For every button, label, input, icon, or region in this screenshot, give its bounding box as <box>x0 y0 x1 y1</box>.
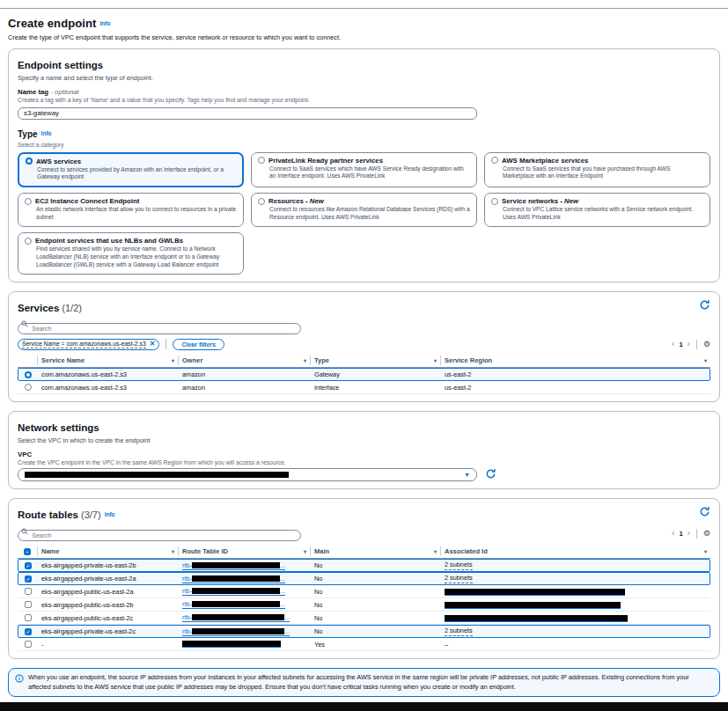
sort-icon[interactable]: ▾ <box>434 548 437 554</box>
type-category-grid: AWS services Connect to services provide… <box>18 152 710 275</box>
redacted-id <box>192 601 280 607</box>
endpoint-settings-title: Endpoint settings <box>18 60 103 70</box>
gear-icon[interactable]: ⚙ <box>703 530 710 538</box>
refresh-icon[interactable] <box>485 468 496 480</box>
name-tag-input[interactable] <box>18 107 477 120</box>
associated-subnets-link[interactable]: 2 subnets <box>445 574 473 583</box>
type-card-description: Connect to VPC Lattice service networks … <box>503 206 703 222</box>
type-card-description: Connect to SaaS services that you have p… <box>503 165 703 181</box>
redacted-id <box>192 614 284 620</box>
radio-icon <box>25 198 32 205</box>
type-card-description: Connect to services provided by Amazon w… <box>37 166 236 182</box>
type-cell: Interface <box>311 383 441 392</box>
type-card-description: Connect to resources like Amazon Relatio… <box>269 206 470 222</box>
sort-icon[interactable]: ▾ <box>704 357 707 363</box>
close-icon[interactable]: ✕ <box>150 341 156 348</box>
checkbox-icon[interactable] <box>25 614 32 621</box>
gear-icon[interactable]: ⚙ <box>703 341 710 348</box>
redacted-id <box>182 641 281 647</box>
service-filter-chip[interactable]: Service Name = com.amazonaws.us-east-2.s… <box>18 339 159 351</box>
rt-name-cell: eks-airgapped-private-us-east-2a <box>38 574 179 583</box>
route-table-row[interactable]: eks-airgapped-public-us-east-2c rtb-... … <box>18 612 710 625</box>
type-card-resources[interactable]: Resources - New Connect to resources lik… <box>251 193 477 227</box>
previous-page-icon[interactable]: ‹ <box>672 340 674 348</box>
checkbox-indeterminate-icon[interactable]: – <box>24 548 31 555</box>
sort-icon[interactable]: ▾ <box>304 548 306 554</box>
search-icon <box>21 528 28 535</box>
refresh-icon[interactable] <box>699 299 710 311</box>
page-number[interactable]: 1 <box>679 341 682 348</box>
route-table-id-link[interactable]: rtb-... <box>182 561 285 570</box>
type-card-service-networks[interactable]: Service networks - New Connect to VPC La… <box>484 193 710 227</box>
service-row[interactable]: com.amazonaws.us-east-2.s3 amazon Gatewa… <box>18 368 710 381</box>
checkbox-icon[interactable] <box>25 588 32 595</box>
type-card-privatelink-partner[interactable]: PrivateLink Ready partner services Conne… <box>251 152 477 188</box>
route-table-row[interactable]: - Yes – <box>18 638 710 651</box>
sort-icon[interactable]: ▾ <box>434 357 437 363</box>
type-info-link[interactable]: Info <box>41 130 52 136</box>
sort-icon[interactable]: ▾ <box>172 548 174 554</box>
route-table-row[interactable]: ✓ eks-airgapped-private-us-east-2a rtb-.… <box>18 572 710 585</box>
type-card-title: Endpoint services that use NLBs and GWLB… <box>35 237 183 245</box>
radio-icon[interactable] <box>25 384 32 391</box>
type-card-title: PrivateLink Ready partner services <box>268 157 383 165</box>
type-card-nlb-gwlb[interactable]: Endpoint services that use NLBs and GWLB… <box>18 232 244 275</box>
route-table-id-link[interactable]: rtb-... <box>182 575 285 583</box>
route-tables-pagination: ‹ 1 › ⚙ <box>672 529 710 539</box>
checkbox-checked-icon[interactable]: ✓ <box>25 562 32 569</box>
top-divider <box>0 0 728 9</box>
services-card: Services(1/2) Service Name = com.amazona… <box>8 291 720 403</box>
col-associated-id: Associated Id▾ <box>440 546 710 556</box>
type-card-ec2-instance-connect[interactable]: EC2 Instance Connect Endpoint An elastic… <box>18 193 244 227</box>
route-table-row[interactable]: eks-airgapped-public-us-east-2a rtb-... … <box>18 585 710 598</box>
checkbox-checked-icon[interactable]: ✓ <box>25 628 32 635</box>
route-table-row[interactable]: ✓ eks-airgapped-private-us-east-2c rtb-.… <box>18 625 710 638</box>
route-tables-search[interactable] <box>18 525 301 541</box>
radio-checked-icon <box>26 158 33 165</box>
route-tables-search-input[interactable] <box>18 530 301 541</box>
route-table-id-link[interactable]: rtb-... <box>182 587 285 596</box>
type-card-marketplace[interactable]: AWS Marketplace services Connect to SaaS… <box>484 152 710 188</box>
page-description: Create the type of VPC endpoint that sup… <box>8 33 720 41</box>
route-table-id-link[interactable]: rtb-... <box>182 613 290 622</box>
next-page-icon[interactable]: › <box>688 340 690 348</box>
refresh-icon[interactable] <box>699 506 710 517</box>
associated-subnets-link[interactable]: 2 subnets <box>445 627 473 636</box>
route-table-row[interactable]: ✓ eks-airgapped-private-us-east-2b rtb-.… <box>18 559 710 572</box>
associated-subnets-link[interactable]: 2 subnets <box>445 561 473 570</box>
previous-page-icon[interactable]: ‹ <box>672 529 674 538</box>
services-count: (1/2) <box>62 303 82 313</box>
service-row[interactable]: com.amazonaws.us-east-2.s3 amazon Interf… <box>18 381 710 394</box>
clear-filters-button[interactable]: Clear filters <box>173 339 224 350</box>
select-column-header <box>18 356 37 365</box>
route-table-id-link[interactable]: rtb-... <box>182 600 285 609</box>
chevron-down-icon: ▼ <box>464 472 470 478</box>
divider <box>696 529 697 539</box>
rt-name-cell: eks-airgapped-public-us-east-2a <box>38 587 179 597</box>
rt-main-cell: Yes <box>311 640 441 649</box>
checkbox-icon[interactable] <box>25 641 32 648</box>
checkbox-icon[interactable] <box>25 601 32 608</box>
type-card-aws-services[interactable]: AWS services Connect to services provide… <box>18 152 244 188</box>
route-table-id-link[interactable] <box>182 641 281 648</box>
rt-name-cell: eks-airgapped-private-us-east-2c <box>38 627 179 636</box>
type-card-title: Resources - New <box>268 197 324 205</box>
services-search[interactable] <box>18 319 301 334</box>
route-tables-info-link[interactable]: Info <box>105 511 115 517</box>
sort-icon[interactable]: ▾ <box>704 548 707 554</box>
sort-icon[interactable]: ▾ <box>304 357 306 363</box>
sort-icon[interactable]: ▾ <box>172 357 174 363</box>
service-name-cell: com.amazonaws.us-east-2.s3 <box>38 383 179 392</box>
checkbox-checked-icon[interactable]: ✓ <box>25 575 32 583</box>
route-table-id-link[interactable]: rtb-... <box>182 627 290 636</box>
col-name: Name▾ <box>37 546 178 556</box>
rt-main-cell: No <box>311 587 441 597</box>
radio-checked-icon[interactable] <box>25 371 32 378</box>
next-page-icon[interactable]: › <box>688 529 690 538</box>
route-table-row[interactable]: eks-airgapped-public-us-east-2b rtb-... … <box>18 598 710 612</box>
services-search-input[interactable] <box>18 323 301 334</box>
route-tables-count: (3/7) <box>81 509 101 520</box>
page-number[interactable]: 1 <box>679 530 682 538</box>
page-info-link[interactable]: Info <box>99 20 110 26</box>
vpc-select[interactable]: ▼ <box>18 468 477 481</box>
